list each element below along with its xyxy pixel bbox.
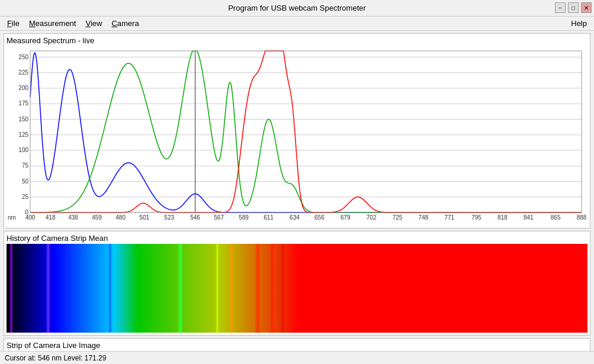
menu-view[interactable]: View — [81, 18, 107, 29]
title-bar: Program for USB webcam Spectrometer − □ … — [0, 0, 594, 17]
history-panel: History of Camera Strip Mean — [4, 231, 590, 336]
main-content: Measured Spectrum - live History of Came… — [0, 31, 594, 351]
menu-file[interactable]: File — [2, 18, 24, 29]
window-title: Program for USB webcam Spectrometer — [228, 4, 366, 12]
history-canvas — [7, 244, 587, 333]
window-controls: − □ ✕ — [555, 2, 592, 13]
status-bar: Cursor at: 546 nm Level: 171.29 — [0, 351, 594, 364]
spectrum-canvas — [7, 46, 587, 226]
status-text: Cursor at: 546 nm Level: 171.29 — [5, 354, 106, 362]
close-button[interactable]: ✕ — [581, 2, 592, 13]
spectrum-title: Measured Spectrum - live — [7, 36, 587, 45]
menu-help[interactable]: Help — [566, 18, 592, 29]
menu-bar: File Measurement View Camera Help — [0, 17, 594, 31]
menu-camera[interactable]: Camera — [107, 18, 143, 29]
strip-panel: Strip of Camera Live Image — [4, 338, 590, 351]
history-title: History of Camera Strip Mean — [7, 234, 587, 243]
spectrum-panel: Measured Spectrum - live — [4, 33, 590, 228]
spectrum-chart[interactable] — [7, 46, 587, 226]
history-strip — [7, 244, 587, 333]
minimize-button[interactable]: − — [555, 2, 566, 13]
maximize-button[interactable]: □ — [568, 2, 579, 13]
menu-measurement[interactable]: Measurement — [24, 18, 81, 29]
strip-title: Strip of Camera Live Image — [7, 341, 587, 350]
